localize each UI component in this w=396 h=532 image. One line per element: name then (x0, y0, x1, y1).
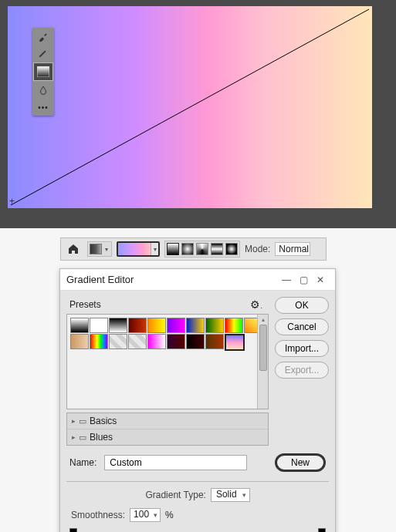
chevron-down-icon: ▾ (151, 243, 158, 255)
folder-label: Basics (90, 416, 117, 426)
name-input[interactable] (104, 455, 247, 470)
options-bar: ▾ ▾ Mode: Normal (60, 237, 327, 261)
preset-folders: ▸ ▭ Basics ▸ ▭ Blues (66, 412, 269, 446)
folder-blues[interactable]: ▸ ▭ Blues (67, 429, 268, 445)
dots-icon: ••• (38, 103, 49, 112)
dialog-titlebar[interactable]: Gradient Editor — ▢ ✕ (60, 269, 335, 291)
radial-gradient-button[interactable] (181, 243, 194, 255)
percent-label: % (165, 510, 174, 520)
export-button[interactable]: Export... (275, 362, 329, 379)
scroll-up-icon: ▴ (262, 316, 265, 323)
minimize-button[interactable]: — (278, 273, 295, 287)
preset-swatch[interactable] (128, 334, 147, 349)
new-button[interactable]: New (275, 453, 326, 472)
brush-icon (38, 31, 49, 42)
preset-swatch[interactable] (167, 334, 185, 349)
name-label: Name: (69, 457, 96, 468)
preset-swatch[interactable] (167, 318, 185, 333)
close-icon: ✕ (316, 274, 324, 285)
tool-preset-swatch (90, 244, 102, 254)
preset-swatch[interactable] (186, 334, 205, 349)
angle-gradient-button[interactable] (196, 243, 208, 255)
presets-label: Presets (69, 299, 250, 310)
folder-icon: ▭ (79, 416, 86, 426)
chevron-right-icon: ▸ (72, 417, 76, 425)
diamond-gradient-button[interactable] (225, 243, 238, 255)
more-tools[interactable]: ••• (32, 99, 54, 116)
maximize-button[interactable]: ▢ (295, 273, 312, 287)
presets-settings-button[interactable]: ⚙. (250, 298, 266, 311)
scroll-thumb[interactable] (259, 325, 267, 371)
gradient-picker[interactable]: ▾ (117, 241, 160, 257)
maximize-icon: ▢ (300, 274, 308, 285)
preset-swatch[interactable] (70, 318, 89, 333)
preset-swatch[interactable] (147, 334, 166, 349)
mode-select[interactable]: Normal (275, 242, 310, 256)
linear-gradient-button[interactable] (167, 243, 179, 255)
pencil-tool[interactable] (32, 45, 54, 62)
preset-swatch[interactable] (205, 318, 224, 333)
crosshair-cursor: + (9, 196, 15, 207)
preset-swatch[interactable] (225, 334, 245, 351)
opacity-stop-left[interactable] (69, 528, 77, 532)
opacity-stop-right[interactable] (318, 528, 326, 532)
folder-label: Blues (90, 432, 113, 443)
gradient-type-select[interactable]: Solid (211, 488, 250, 502)
folder-icon: ▭ (79, 433, 86, 443)
gradient-icon (37, 66, 49, 77)
presets-scrollbar[interactable]: ▴ (257, 315, 268, 409)
pencil-icon (38, 48, 49, 59)
minimize-icon: — (282, 274, 291, 285)
cancel-button[interactable]: Cancel (275, 318, 329, 335)
preset-swatch[interactable] (225, 318, 243, 333)
smoothness-label: Smoothness: (71, 510, 125, 520)
gradient-canvas[interactable]: + (8, 6, 372, 208)
gradient-editor-dialog: Gradient Editor — ▢ ✕ Presets ⚙. ▴ (59, 268, 336, 532)
preset-swatch[interactable] (109, 318, 127, 333)
gear-icon: ⚙ (250, 298, 260, 311)
reflected-gradient-button[interactable] (211, 243, 223, 255)
gradient-type-label: Gradient Type: (145, 490, 206, 500)
drop-tool[interactable] (32, 82, 54, 99)
preset-swatch[interactable] (186, 318, 205, 333)
gradient-edit-section: Gradient Type: Solid Smoothness: 100 % (66, 481, 329, 532)
brush-tool[interactable] (32, 28, 54, 45)
gradient-type-group (164, 241, 240, 258)
gradient-ramp[interactable] (71, 528, 324, 532)
mode-label: Mode: (245, 244, 270, 254)
smoothness-input[interactable]: 100 (130, 508, 161, 522)
close-button[interactable]: ✕ (312, 273, 329, 287)
ok-button[interactable]: OK (275, 297, 329, 314)
gradient-line (8, 6, 372, 208)
import-button[interactable]: Import... (275, 340, 329, 357)
tool-preset-picker[interactable]: ▾ (87, 241, 112, 257)
chevron-right-icon: ▸ (72, 433, 76, 441)
tool-palette: ••• (32, 28, 54, 116)
name-row: Name: New (60, 447, 335, 478)
svg-rect-1 (37, 66, 49, 77)
preset-swatch[interactable] (128, 318, 147, 333)
canvas-area: + ••• (0, 0, 396, 228)
options-area: ▾ ▾ Mode: Normal Gradient Editor — ▢ ✕ P… (0, 228, 396, 532)
presets-panel: ▴ (66, 314, 269, 409)
preset-swatch[interactable] (90, 334, 108, 349)
drop-icon (39, 85, 48, 96)
home-icon (67, 243, 80, 255)
home-button[interactable] (64, 241, 83, 258)
presets-section: Presets ⚙. ▴ ▸ ▭ Basics (66, 297, 269, 446)
dialog-title: Gradient Editor (66, 274, 278, 285)
preset-swatch[interactable] (147, 318, 166, 333)
preset-swatch[interactable] (205, 334, 224, 349)
preset-swatch[interactable] (90, 318, 108, 333)
gradient-tool[interactable] (33, 62, 53, 81)
svg-line-0 (11, 9, 369, 205)
folder-basics[interactable]: ▸ ▭ Basics (67, 413, 268, 429)
chevron-down-icon: ▾ (103, 246, 110, 253)
preset-swatch[interactable] (109, 334, 127, 349)
dialog-button-column: OK Cancel Import... Export... (275, 297, 329, 446)
preset-swatch[interactable] (70, 334, 89, 349)
presets-grid (70, 318, 266, 351)
